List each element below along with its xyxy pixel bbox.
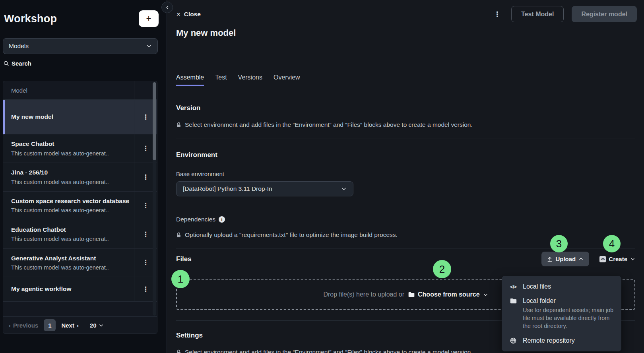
lock-icon: [176, 349, 181, 353]
model-row-generative-analyst[interactable]: Generative Analyst Assistant This custom…: [3, 249, 157, 277]
model-desc: This custom model was auto-generat..: [11, 235, 130, 243]
row-menu-button[interactable]: ⋮: [142, 259, 149, 266]
menu-item-label: Local folder: [523, 297, 556, 305]
close-icon: ✕: [176, 11, 181, 17]
choose-source-label: Choose from source: [418, 291, 480, 298]
entity-type-select[interactable]: Models: [3, 38, 158, 54]
page-size-select[interactable]: 20: [90, 322, 104, 329]
sidebar-title: Workshop: [4, 13, 57, 25]
menu-item-description: Use for dependent assets; main job file …: [523, 306, 614, 330]
row-menu-button[interactable]: ⋮: [142, 286, 149, 293]
model-row-space-chatbot[interactable]: Space Chatbot This custom model was auto…: [3, 134, 157, 163]
lock-icon: [176, 232, 181, 238]
next-label: Next: [61, 322, 74, 329]
base-environment-value: [DataRobot] Python 3.11 Drop-In: [183, 185, 272, 192]
chevron-right-icon: ›: [77, 322, 79, 329]
pagination: ‹ Previous 1 Next › 20: [3, 316, 157, 334]
upload-menu-item-local-files[interactable]: </> Local files: [502, 279, 621, 294]
upload-menu-item-remote-repository[interactable]: Remote repository: [502, 334, 621, 348]
folder-icon: [509, 298, 518, 304]
test-model-button[interactable]: Test Model: [511, 6, 564, 22]
create-label: Create: [609, 256, 627, 262]
upload-button[interactable]: Upload: [541, 252, 589, 266]
tab-assemble[interactable]: Assemble: [176, 74, 204, 86]
dependencies-locked-message: Optionally upload a "requirements.txt" f…: [176, 231, 635, 239]
more-actions-button[interactable]: ⋮: [491, 8, 503, 20]
upload-icon: [547, 256, 553, 262]
annotation-badge-2: 2: [433, 260, 451, 278]
chevron-left-icon: ‹: [9, 322, 11, 329]
code-icon: </>: [509, 284, 518, 290]
search-toggle[interactable]: Search: [3, 60, 167, 67]
globe-icon: [509, 337, 518, 344]
model-desc: This custom model was auto-generat..: [11, 149, 130, 157]
model-desc: This custom model was auto-generat..: [11, 178, 130, 186]
files-heading: Files: [176, 255, 192, 263]
collapse-sidebar-button[interactable]: [161, 2, 173, 13]
model-name: Jina - 256/10: [11, 168, 130, 177]
tab-test[interactable]: Test: [215, 74, 227, 86]
header-divider: [176, 53, 635, 53]
base-environment-select[interactable]: [DataRobot] Python 3.11 Drop-In: [176, 181, 353, 196]
previous-label: Previous: [13, 322, 38, 329]
tab-overview[interactable]: Overview: [274, 74, 300, 86]
search-label: Search: [12, 60, 31, 67]
page-size-value: 20: [90, 322, 97, 329]
sidebar: Workshop + Models Search Model My new mo…: [0, 0, 167, 353]
annotation-badge-1: 1: [171, 270, 190, 288]
row-menu-button[interactable]: ⋮: [142, 174, 149, 180]
dependencies-label: Dependencies: [176, 216, 215, 223]
model-row-custom-space-research[interactable]: Custom space research vector database Th…: [3, 192, 157, 220]
annotation-badge-4: 4: [603, 235, 621, 252]
menu-item-label: Local files: [523, 283, 551, 290]
close-button[interactable]: ✕ Close: [176, 11, 201, 18]
model-name: Space Chatbot: [11, 140, 130, 148]
chevron-up-icon: [578, 256, 584, 262]
tab-bar: Assemble Test Versions Overview: [176, 74, 635, 86]
chevron-down-icon: [99, 323, 104, 328]
next-page-button[interactable]: Next ›: [61, 322, 79, 329]
row-menu-button[interactable]: ⋮: [142, 114, 149, 120]
dropzone-hint: Drop file(s) here to upload or: [323, 291, 404, 298]
model-name: My new model: [11, 112, 130, 121]
add-model-button[interactable]: +: [139, 10, 159, 27]
upload-menu-item-local-folder[interactable]: Local folder Use for dependent assets; m…: [502, 294, 621, 334]
tab-versions[interactable]: Versions: [238, 74, 262, 86]
current-page-button[interactable]: 1: [44, 319, 56, 331]
model-row-my-agentic-workflow[interactable]: My agentic workflow ⋮: [3, 277, 157, 301]
folder-icon: [408, 292, 415, 297]
create-button[interactable]: <> Create: [599, 256, 635, 262]
menu-item-label: Remote repository: [523, 337, 575, 344]
model-title: My new model: [176, 28, 635, 38]
row-menu-button[interactable]: ⋮: [142, 202, 149, 209]
row-menu-button[interactable]: ⋮: [142, 231, 149, 238]
dependencies-locked-text: Optionally upload a "requirements.txt" f…: [185, 231, 398, 239]
version-heading: Version: [176, 104, 635, 112]
model-list-header: Model: [3, 81, 157, 100]
chevron-left-icon: [165, 5, 170, 10]
choose-from-source-button[interactable]: Choose from source: [408, 291, 488, 298]
environment-heading: Environment: [176, 151, 635, 159]
register-model-button[interactable]: Register model: [572, 6, 637, 22]
close-label: Close: [184, 11, 201, 18]
entity-type-value: Models: [9, 43, 29, 50]
info-icon[interactable]: i: [219, 216, 225, 223]
model-row-my-new-model[interactable]: My new model ⋮: [3, 100, 157, 134]
chevron-down-icon: [630, 256, 635, 262]
model-row-jina[interactable]: Jina - 256/10 This custom model was auto…: [3, 163, 157, 192]
model-name: Education Chatbot: [11, 225, 130, 234]
list-scrollbar-thumb[interactable]: [153, 82, 156, 160]
row-menu-button[interactable]: ⋮: [142, 145, 149, 152]
model-row-education-chatbot[interactable]: Education Chatbot This custom model was …: [3, 220, 157, 249]
create-file-icon: <>: [599, 256, 606, 262]
plus-icon: +: [146, 14, 151, 23]
model-list-card: Model My new model ⋮ Space Chatbot This …: [3, 81, 157, 334]
previous-page-button[interactable]: ‹ Previous: [9, 322, 38, 329]
annotation-badge-3: 3: [550, 235, 568, 252]
chevron-down-icon: [146, 43, 152, 49]
chevron-down-icon: [341, 186, 347, 192]
model-name: Custom space research vector database: [11, 197, 130, 206]
search-icon: [3, 60, 9, 66]
version-locked-text: Select environment and add files in the …: [185, 121, 473, 128]
model-desc: This custom model was auto-generat..: [11, 264, 130, 272]
